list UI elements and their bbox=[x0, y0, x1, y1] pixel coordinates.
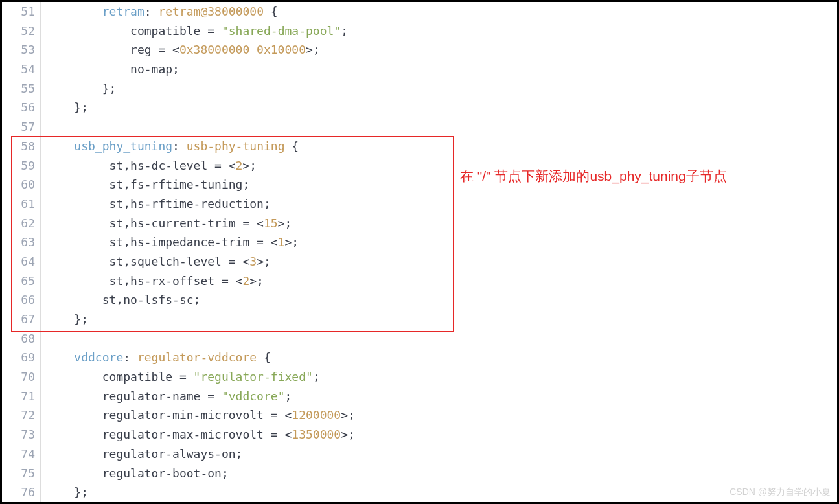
screenshot-frame: 5152535455565758596061626364656667686970… bbox=[0, 0, 839, 504]
code-line: vddcore: regulator-vddcore { bbox=[46, 348, 837, 367]
line-number: 70 bbox=[2, 367, 35, 387]
line-number: 56 bbox=[2, 98, 35, 117]
code-line: regulator-name = "vddcore"; bbox=[46, 387, 837, 406]
line-number: 57 bbox=[2, 117, 35, 137]
line-number: 66 bbox=[2, 290, 35, 310]
annotation-text: 在 "/" 节点下新添加的usb_phy_tuning子节点 bbox=[460, 167, 727, 185]
line-number: 61 bbox=[2, 194, 35, 214]
code-line: st,hs-rftime-reduction; bbox=[46, 194, 837, 214]
code-line: st,no-lsfs-sc; bbox=[46, 290, 837, 310]
line-number: 54 bbox=[2, 60, 35, 79]
code-line: }; bbox=[46, 483, 837, 502]
line-number: 55 bbox=[2, 79, 35, 98]
line-number: 59 bbox=[2, 156, 35, 176]
line-number: 52 bbox=[2, 21, 35, 41]
line-number: 76 bbox=[2, 483, 35, 502]
line-number: 65 bbox=[2, 271, 35, 291]
code-line: regulator-boot-on; bbox=[46, 464, 837, 483]
code-line: }; bbox=[46, 79, 837, 98]
code-line: }; bbox=[46, 98, 837, 117]
line-number: 68 bbox=[2, 329, 35, 349]
code-line: st,hs-rx-offset = <2>; bbox=[46, 271, 837, 291]
line-numbers: 5152535455565758596061626364656667686970… bbox=[2, 2, 41, 502]
line-number: 73 bbox=[2, 425, 35, 444]
code-line: usb_phy_tuning: usb-phy-tuning { bbox=[46, 137, 837, 156]
code-line: compatible = "shared-dma-pool"; bbox=[46, 21, 837, 41]
line-number: 67 bbox=[2, 310, 35, 329]
code-line: regulator-always-on; bbox=[46, 444, 837, 464]
line-number: 60 bbox=[2, 175, 35, 194]
line-number: 63 bbox=[2, 233, 35, 252]
line-number: 58 bbox=[2, 137, 35, 156]
line-number: 51 bbox=[2, 2, 35, 21]
watermark: CSDN @努力自学的小夏 bbox=[730, 487, 831, 498]
code-line: st,squelch-level = <3>; bbox=[46, 252, 837, 271]
line-number: 71 bbox=[2, 387, 35, 406]
code-line: regulator-max-microvolt = <1350000>; bbox=[46, 425, 837, 444]
line-number: 62 bbox=[2, 214, 35, 233]
line-number: 64 bbox=[2, 252, 35, 271]
code-content: retram: retram@38000000 { compatible = "… bbox=[41, 2, 837, 502]
line-number: 72 bbox=[2, 406, 35, 425]
code-line: }; bbox=[46, 310, 837, 329]
line-number: 74 bbox=[2, 444, 35, 464]
code-line bbox=[46, 117, 837, 137]
code-line: no-map; bbox=[46, 60, 837, 79]
code-line bbox=[46, 329, 837, 349]
code-line: retram: retram@38000000 { bbox=[46, 2, 837, 21]
code-line: st,hs-impedance-trim = <1>; bbox=[46, 233, 837, 252]
line-number: 75 bbox=[2, 464, 35, 483]
code-line: regulator-min-microvolt = <1200000>; bbox=[46, 406, 837, 425]
code-line: compatible = "regulator-fixed"; bbox=[46, 367, 837, 387]
line-number: 53 bbox=[2, 40, 35, 60]
code-line: st,hs-current-trim = <15>; bbox=[46, 214, 837, 233]
line-number: 69 bbox=[2, 348, 35, 367]
code-line: reg = <0x38000000 0x10000>; bbox=[46, 40, 837, 60]
code-editor: 5152535455565758596061626364656667686970… bbox=[2, 2, 837, 502]
